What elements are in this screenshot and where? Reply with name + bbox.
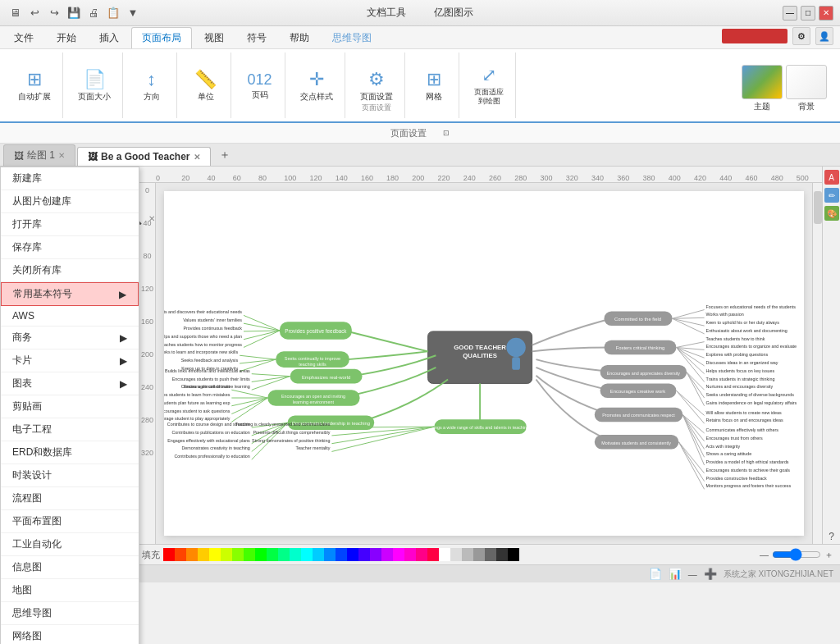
menu-item-new-library[interactable]: 新建库 <box>1 167 139 190</box>
page-settings-button[interactable]: ⚙ 页面设置 <box>355 66 398 105</box>
color-swatch[interactable] <box>404 548 416 561</box>
page-size-button[interactable]: 📄 页面大小 <box>73 66 116 105</box>
color-swatch[interactable] <box>267 548 278 561</box>
color-swatch[interactable] <box>485 548 496 561</box>
edit-button[interactable]: ✏ <box>824 188 839 203</box>
color-swatch[interactable] <box>508 548 519 561</box>
color-swatch[interactable] <box>324 548 336 561</box>
cross-style-button[interactable]: ✛ 交点样式 <box>295 66 338 105</box>
tab-help[interactable]: 帮助 <box>279 27 320 48</box>
doc-tab-drawing1[interactable]: 🖼 绘图 1 ✕ <box>3 144 75 166</box>
bg-preview[interactable] <box>786 65 827 99</box>
menu-item-open-library[interactable]: 打开库 <box>1 213 139 236</box>
search-close-icon[interactable]: ✕ <box>148 214 155 223</box>
menu-item-mindmap[interactable]: 思维导图 <box>1 602 139 625</box>
ribbon-settings-icon[interactable]: ⚙ <box>792 27 810 45</box>
unit-button[interactable]: 📏 单位 <box>187 66 224 105</box>
color-swatch[interactable] <box>450 548 462 561</box>
drawing-canvas[interactable]: GOOD TEACHER QUALITIES Provides positive… <box>164 191 804 536</box>
menu-item-floorplan[interactable]: 平面布置图 <box>1 510 139 533</box>
grid-button[interactable]: ⊞ 网格 <box>415 66 452 105</box>
paste-icon[interactable]: 📋 <box>105 5 121 21</box>
menu-item-business[interactable]: 商务 ▶ <box>1 327 139 349</box>
help-icon[interactable]: ? <box>824 529 839 544</box>
tab-view[interactable]: 视图 <box>194 27 235 48</box>
color-swatch[interactable] <box>301 548 313 561</box>
zoom-minus-icon[interactable]: — <box>760 550 769 560</box>
menu-item-common-symbols[interactable]: 常用基本符号 ▶ <box>1 282 139 306</box>
page-num-button[interactable]: 012 页码 <box>241 68 278 103</box>
color-swatch[interactable] <box>232 548 244 561</box>
color-swatch[interactable] <box>473 548 485 561</box>
direction-button[interactable]: ↕ 方向 <box>133 66 170 105</box>
close-button[interactable]: ✕ <box>819 6 833 21</box>
color-swatch[interactable] <box>358 548 370 561</box>
doc-tab-teacher[interactable]: 🖼 Be a Good Teacher ✕ <box>77 147 210 166</box>
doc-icon[interactable]: 📄 <box>649 568 662 580</box>
color-swatch[interactable] <box>347 548 358 561</box>
auto-expand-button[interactable]: ⊞ 自动扩展 <box>13 66 56 105</box>
menu-item-create-from-image[interactable]: 从图片创建库 <box>1 190 139 213</box>
color-swatch[interactable] <box>381 548 393 561</box>
more-icon[interactable]: ▼ <box>125 5 141 21</box>
zoom-plus-icon[interactable]: ＋ <box>824 549 833 561</box>
undo-icon[interactable]: ↩ <box>26 5 43 21</box>
tab-file[interactable]: 文件 <box>3 27 44 48</box>
color-swatch[interactable] <box>244 548 255 561</box>
menu-item-close-all[interactable]: 关闭所有库 <box>1 259 139 282</box>
theme-preview[interactable] <box>742 65 783 99</box>
color-swatch[interactable] <box>278 548 290 561</box>
vertical-scrollbar[interactable] <box>812 183 822 544</box>
menu-item-electronics[interactable]: 电子工程 <box>1 418 139 441</box>
color-swatch[interactable] <box>290 548 301 561</box>
ribbon-user-icon[interactable]: 👤 <box>815 27 833 45</box>
menu-item-flowchart[interactable]: 流程图 <box>1 487 139 510</box>
color-swatch[interactable] <box>175 548 186 561</box>
color-swatch[interactable] <box>439 548 450 561</box>
chart-icon[interactable]: 📊 <box>669 568 682 580</box>
tab-symbol[interactable]: 符号 <box>236 27 277 48</box>
menu-item-map[interactable]: 地图 <box>1 579 139 602</box>
tab-page-layout[interactable]: 页面布局 <box>131 27 192 48</box>
zoom-slider[interactable] <box>772 548 821 561</box>
color-swatch[interactable] <box>416 548 427 561</box>
color-swatch[interactable] <box>209 548 221 561</box>
menu-item-industrial[interactable]: 工业自动化 <box>1 533 139 556</box>
color-swatch[interactable] <box>462 548 473 561</box>
color-button[interactable]: 🎨 <box>824 206 839 221</box>
color-swatch[interactable] <box>221 548 232 561</box>
color-swatch[interactable] <box>370 548 381 561</box>
color-swatch[interactable] <box>496 548 508 561</box>
menu-item-card[interactable]: 卡片 ▶ <box>1 349 139 372</box>
menu-item-save-library[interactable]: 保存库 <box>1 236 139 259</box>
tab-start[interactable]: 开始 <box>46 27 87 48</box>
color-swatch[interactable] <box>427 548 439 561</box>
minimize-button[interactable]: — <box>783 6 797 21</box>
menu-item-erd[interactable]: ERD和数据库 <box>1 441 139 464</box>
add-icon[interactable]: ➕ <box>704 568 717 580</box>
save-icon[interactable]: 💾 <box>66 5 82 21</box>
color-swatch[interactable] <box>393 548 404 561</box>
add-tab-button[interactable]: ＋ <box>212 144 237 166</box>
menu-item-clipart[interactable]: 剪贴画 <box>1 395 139 418</box>
menu-item-chart[interactable]: 图表 ▶ <box>1 372 139 395</box>
menu-item-network[interactable]: 网络图 <box>1 625 139 644</box>
format-button[interactable]: A <box>824 170 839 185</box>
tab-mindmap[interactable]: 思维导图 <box>322 27 382 48</box>
tab-teacher-close[interactable]: ✕ <box>194 153 200 162</box>
menu-item-fashion[interactable]: 时装设计 <box>1 464 139 487</box>
menu-item-aws[interactable]: AWS <box>1 306 139 327</box>
color-swatch[interactable] <box>313 548 324 561</box>
redo-icon[interactable]: ↪ <box>46 5 62 21</box>
color-swatch[interactable] <box>255 548 267 561</box>
color-swatch[interactable] <box>163 548 175 561</box>
tab-drawing1-close[interactable]: ✕ <box>58 151 65 160</box>
fit-drawing-button[interactable]: ⤢ 页面适应到绘图 <box>469 62 509 109</box>
tab-insert[interactable]: 插入 <box>89 27 130 48</box>
color-swatch[interactable] <box>186 548 198 561</box>
color-swatch[interactable] <box>198 548 209 561</box>
print-icon[interactable]: 🖨 <box>85 5 102 21</box>
maximize-button[interactable]: □ <box>801 6 815 21</box>
color-swatch[interactable] <box>336 548 347 561</box>
menu-item-infographic[interactable]: 信息图 <box>1 556 139 579</box>
